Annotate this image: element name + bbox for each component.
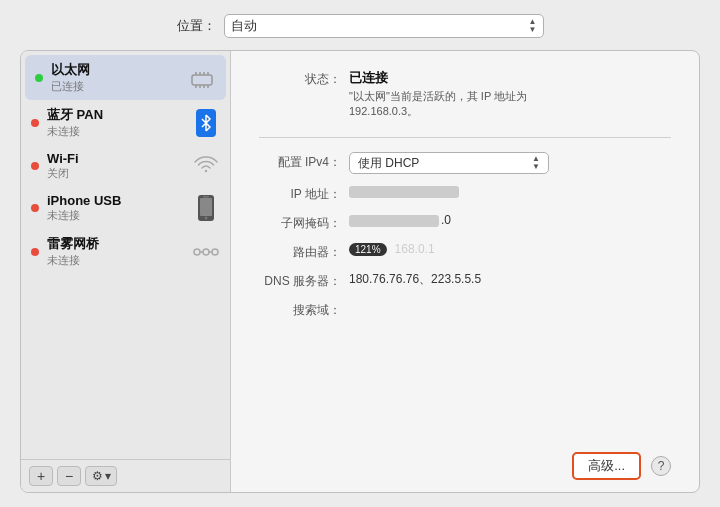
subnet-row: 子网掩码： .0 [259, 213, 671, 232]
ipv4-arrows: ▲ ▼ [532, 155, 540, 171]
dns-row: DNS 服务器： 180.76.76.76、223.5.5.5 [259, 271, 671, 290]
iphone-info: iPhone USB 未连接 [47, 193, 186, 223]
sidebar-item-thunderbolt[interactable]: 雷雾网桥 未连接 [21, 229, 230, 274]
search-label: 搜索域： [259, 300, 349, 319]
thunderbolt-info: 雷雾网桥 未连接 [47, 235, 186, 268]
ipv4-value: 使用 DHCP [358, 155, 419, 172]
iphone-status-dot [31, 204, 39, 212]
detail-panel: 状态： 已连接 "以太网"当前是活跃的，其 IP 地址为192.168.0.3。… [231, 51, 699, 492]
ethernet-info: 以太网 已连接 [51, 61, 182, 94]
main-window: 以太网 已连接 [20, 50, 700, 493]
ip-row: IP 地址： [259, 184, 671, 203]
bluetooth-status: 未连接 [47, 124, 186, 139]
router-label: 路由器： [259, 242, 349, 261]
location-label: 位置： [177, 17, 216, 35]
ethernet-name: 以太网 [51, 61, 182, 79]
bottom-actions: 高级... ? [259, 444, 671, 480]
router-row: 路由器： 121% 168.0.1 [259, 242, 671, 261]
wifi-status: 关闭 [47, 166, 186, 181]
remove-network-button[interactable]: − [57, 466, 81, 486]
ethernet-status: 已连接 [51, 79, 182, 94]
sidebar-item-ethernet[interactable]: 以太网 已连接 [25, 55, 226, 100]
sidebar-item-wifi[interactable]: Wi-Fi 关闭 [21, 145, 230, 187]
location-value: 自动 [231, 17, 257, 35]
sidebar: 以太网 已连接 [21, 51, 231, 492]
help-button[interactable]: ? [651, 456, 671, 476]
svg-point-16 [212, 249, 218, 255]
subnet-value-blurred [349, 215, 439, 227]
bluetooth-name: 蓝牙 PAN [47, 106, 186, 124]
location-arrows: ▲ ▼ [529, 18, 537, 34]
sidebar-footer: + − ⚙ ▾ [21, 459, 230, 492]
gear-arrow-icon: ▾ [105, 469, 111, 483]
svg-point-15 [203, 249, 209, 255]
thunderbolt-name: 雷雾网桥 [47, 235, 186, 253]
ethernet-icon [188, 64, 216, 92]
wifi-icon [192, 152, 220, 180]
router-value: 168.0.1 [395, 242, 435, 256]
add-network-button[interactable]: + [29, 466, 53, 486]
search-row: 搜索域： [259, 300, 671, 319]
divider [259, 137, 671, 138]
subnet-label: 子网掩码： [259, 213, 349, 232]
location-select[interactable]: 自动 ▲ ▼ [224, 14, 544, 38]
subnet-value-group: .0 [349, 213, 451, 227]
subnet-suffix: .0 [441, 213, 451, 227]
thunderbolt-status: 未连接 [47, 253, 186, 268]
iphone-name: iPhone USB [47, 193, 186, 208]
status-label: 状态： [259, 69, 349, 88]
svg-point-14 [194, 249, 200, 255]
svg-rect-13 [203, 196, 209, 198]
iphone-status: 未连接 [47, 208, 186, 223]
sidebar-item-iphone-usb[interactable]: iPhone USB 未连接 [21, 187, 230, 229]
wifi-info: Wi-Fi 关闭 [47, 151, 186, 181]
advanced-button[interactable]: 高级... [572, 452, 641, 480]
ipv4-row: 配置 IPv4： 使用 DHCP ▲ ▼ [259, 152, 671, 174]
gear-icon: ⚙ [92, 469, 103, 483]
status-sub: "以太网"当前是活跃的，其 IP 地址为192.168.0.3。 [349, 89, 527, 119]
gear-menu-button[interactable]: ⚙ ▾ [85, 466, 117, 486]
dns-label: DNS 服务器： [259, 271, 349, 290]
dns-value: 180.76.76.76、223.5.5.5 [349, 271, 481, 288]
svg-rect-11 [200, 198, 212, 216]
sidebar-item-bluetooth[interactable]: 蓝牙 PAN 未连接 [21, 100, 230, 145]
wifi-status-dot [31, 162, 39, 170]
ip-label: IP 地址： [259, 184, 349, 203]
zoom-badge: 121% [349, 243, 387, 256]
network-list: 以太网 已连接 [21, 51, 230, 459]
ip-value-blurred [349, 186, 459, 198]
status-value-group: 已连接 "以太网"当前是活跃的，其 IP 地址为192.168.0.3。 [349, 69, 527, 119]
top-bar: 位置： 自动 ▲ ▼ [20, 14, 700, 38]
svg-rect-0 [192, 75, 212, 85]
thunderbolt-icon [192, 238, 220, 266]
svg-point-12 [205, 217, 208, 220]
bluetooth-icon [192, 109, 220, 137]
bluetooth-info: 蓝牙 PAN 未连接 [47, 106, 186, 139]
iphone-icon [192, 194, 220, 222]
ipv4-label: 配置 IPv4： [259, 152, 349, 171]
ethernet-status-dot [35, 74, 43, 82]
router-value-group: 121% 168.0.1 [349, 242, 435, 256]
status-row: 状态： 已连接 "以太网"当前是活跃的，其 IP 地址为192.168.0.3。 [259, 69, 671, 119]
bluetooth-status-dot [31, 119, 39, 127]
status-value: 已连接 [349, 69, 527, 87]
thunderbolt-status-dot [31, 248, 39, 256]
wifi-name: Wi-Fi [47, 151, 186, 166]
ipv4-select[interactable]: 使用 DHCP ▲ ▼ [349, 152, 549, 174]
